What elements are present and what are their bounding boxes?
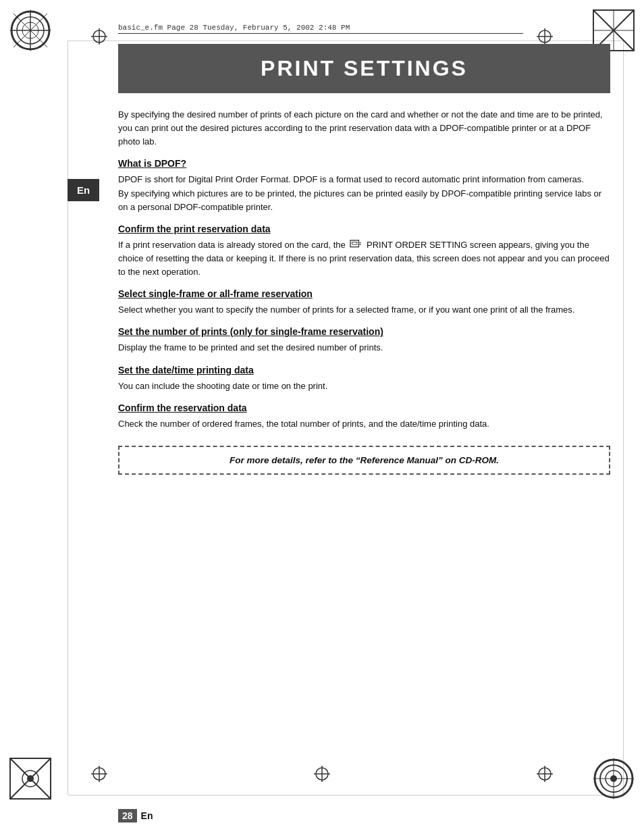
svg-rect-39 xyxy=(352,242,357,245)
svg-point-16 xyxy=(27,775,34,782)
language-badge: En xyxy=(68,179,99,201)
page: basic_e.fm Page 28 Tuesday, February 5, … xyxy=(0,0,644,836)
section-confirm-print: Confirm the print reservation data If a … xyxy=(118,224,610,279)
corner-decoration-tl xyxy=(7,7,54,54)
section-select-frame: Select single-frame or all-frame reserva… xyxy=(118,288,610,317)
text-what-is-dpof: DPOF is short for Digital Print Order Fo… xyxy=(118,173,610,213)
border-right xyxy=(623,41,624,795)
heading-set-datetime: Set the date/time printing data xyxy=(118,365,610,375)
main-content: PRINT SETTINGS By specifying the desired… xyxy=(118,44,610,768)
file-info-text: basic_e.fm Page 28 Tuesday, February 5, … xyxy=(118,24,350,32)
file-info-bar: basic_e.fm Page 28 Tuesday, February 5, … xyxy=(118,24,523,34)
heading-set-number: Set the number of prints (only for singl… xyxy=(118,326,610,337)
text-set-datetime: You can include the shooting date or tim… xyxy=(118,380,610,393)
text-set-number: Display the frame to be printed and set … xyxy=(118,341,610,355)
heading-confirm-reservation: Confirm the reservation data xyxy=(118,402,610,413)
border-left xyxy=(68,41,68,795)
page-lang-label: En xyxy=(141,810,153,821)
page-number: 28 xyxy=(118,809,137,822)
section-confirm-reservation: Confirm the reservation data Check the n… xyxy=(118,402,610,431)
reg-mark-tr xyxy=(537,28,553,45)
text-select-frame: Select whether you want to specify the n… xyxy=(118,303,610,317)
intro-paragraph: By specifying the desired number of prin… xyxy=(118,108,610,149)
section-set-datetime: Set the date/time printing data You can … xyxy=(118,365,610,393)
heading-confirm-print: Confirm the print reservation data xyxy=(118,224,610,234)
heading-what-is-dpof: What is DPOF? xyxy=(118,158,610,169)
heading-select-frame: Select single-frame or all-frame reserva… xyxy=(118,288,610,299)
reference-box: For more details, refer to the “Referenc… xyxy=(118,446,610,475)
reg-mark-tl xyxy=(91,28,107,45)
page-title: PRINT SETTINGS xyxy=(132,56,597,81)
print-order-icon xyxy=(350,240,362,251)
section-what-is-dpof: What is DPOF? DPOF is short for Digital … xyxy=(118,158,610,213)
text-confirm-print: If a print reservation data is already s… xyxy=(118,238,610,279)
reg-mark-bl xyxy=(91,766,107,782)
section-set-number: Set the number of prints (only for singl… xyxy=(118,326,610,355)
svg-rect-38 xyxy=(350,240,358,247)
reference-text: For more details, refer to the “Referenc… xyxy=(133,455,595,465)
corner-decoration-bl xyxy=(7,755,54,802)
border-bottom xyxy=(68,795,624,795)
text-confirm-reservation: Check the number of ordered frames, the … xyxy=(118,417,610,431)
title-banner: PRINT SETTINGS xyxy=(118,44,610,93)
page-number-area: 28 En xyxy=(118,809,153,822)
